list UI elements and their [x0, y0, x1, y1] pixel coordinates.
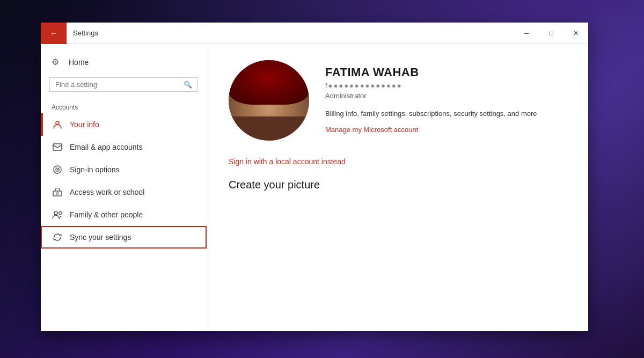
main-content: FATIMA WAHAB f●●●●●●●●●●●●●● Administrat… — [207, 44, 588, 331]
sidebar-item-sign-in[interactable]: Sign-in options — [41, 158, 207, 181]
sidebar-item-sync[interactable]: Sync your settings — [41, 226, 207, 249]
maximize-button[interactable]: □ — [539, 23, 564, 44]
work-school-icon — [52, 186, 63, 198]
back-button[interactable]: ← — [41, 23, 67, 44]
email-app-label: Email & app accounts — [70, 143, 142, 151]
sidebar-item-your-info[interactable]: Your info — [41, 113, 207, 136]
avatar — [229, 60, 309, 141]
search-box: 🔍 — [49, 77, 198, 92]
manage-account-link[interactable]: Manage my Microsoft account — [325, 126, 537, 134]
family-label: Family & other people — [70, 210, 143, 219]
back-icon: ← — [50, 29, 57, 38]
sidebar-item-family[interactable]: Family & other people — [41, 203, 207, 226]
svg-point-8 — [59, 212, 62, 215]
svg-rect-5 — [53, 191, 62, 196]
svg-point-0 — [56, 121, 59, 125]
profile-billing-text: Billing info, family settings, subscript… — [325, 108, 537, 119]
minimize-icon: ─ — [524, 30, 529, 37]
profile-email: f●●●●●●●●●●●●●● — [325, 82, 537, 90]
svg-rect-6 — [56, 193, 58, 194]
settings-window: ← Settings ─ □ ✕ ⚙ Home 🔍 — [41, 23, 588, 331]
sync-label: Sync your settings — [70, 233, 131, 242]
sign-in-label: Sign-in options — [70, 165, 120, 174]
titlebar: ← Settings ─ □ ✕ — [41, 23, 588, 44]
window-controls: ─ □ ✕ — [514, 23, 588, 44]
sign-in-icon — [52, 164, 63, 176]
svg-point-7 — [54, 211, 57, 215]
sidebar-item-work-school[interactable]: Access work or school — [41, 181, 207, 203]
your-info-label: Your info — [70, 120, 99, 129]
window-title: Settings — [67, 29, 514, 37]
create-picture-heading: Create your picture — [229, 179, 567, 191]
profile-section: FATIMA WAHAB f●●●●●●●●●●●●●● Administrat… — [229, 60, 567, 144]
home-label: Home — [69, 58, 89, 67]
profile-info: FATIMA WAHAB f●●●●●●●●●●●●●● Administrat… — [325, 60, 537, 144]
minimize-button[interactable]: ─ — [514, 23, 539, 44]
window-content: ⚙ Home 🔍 Accounts Your info — [41, 44, 588, 331]
maximize-icon: □ — [549, 30, 553, 37]
sidebar: ⚙ Home 🔍 Accounts Your info — [41, 44, 207, 331]
svg-point-4 — [57, 169, 58, 170]
sync-icon — [52, 231, 63, 243]
close-icon: ✕ — [573, 30, 579, 37]
email-icon — [52, 141, 63, 153]
avatar-image — [229, 60, 309, 141]
work-school-label: Access work or school — [70, 188, 144, 196]
profile-role: Administrator — [325, 92, 537, 100]
home-icon: ⚙ — [52, 57, 62, 68]
local-account-link[interactable]: Sign in with a local account instead — [229, 157, 567, 166]
accounts-section-label: Accounts — [41, 97, 207, 113]
sidebar-item-home[interactable]: ⚙ Home — [41, 53, 207, 72]
close-button[interactable]: ✕ — [564, 23, 588, 44]
your-info-icon — [52, 119, 63, 130]
svg-rect-1 — [53, 144, 62, 150]
profile-name: FATIMA WAHAB — [325, 65, 537, 79]
family-icon — [52, 209, 63, 221]
sidebar-item-email-app[interactable]: Email & app accounts — [41, 136, 207, 158]
search-input[interactable] — [55, 81, 184, 89]
search-icon: 🔍 — [184, 81, 192, 89]
